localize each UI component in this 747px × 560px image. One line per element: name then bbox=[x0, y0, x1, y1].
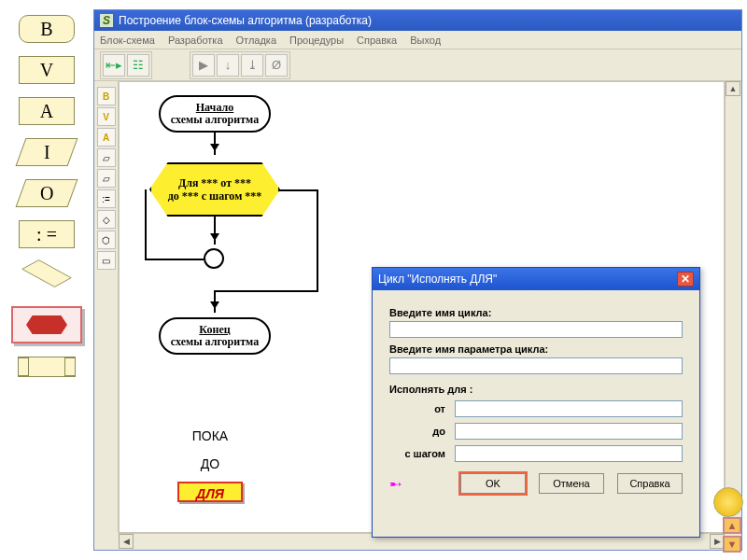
tool-reset-icon[interactable]: ⇤▸ bbox=[103, 54, 125, 77]
scroll-left-icon[interactable]: ◀ bbox=[119, 534, 134, 549]
loop-mode-group: ПОКА ДО ДЛЯ bbox=[177, 418, 243, 510]
label-to: до bbox=[389, 426, 445, 437]
shape-palette: B V A I O : = bbox=[0, 0, 93, 560]
tool-stepinto-icon[interactable]: ↓ bbox=[217, 54, 239, 77]
for-line2: до *** с шагом *** bbox=[168, 189, 262, 203]
menu-develop[interactable]: Разработка bbox=[168, 35, 223, 46]
vtool-loop-icon[interactable]: ⬡ bbox=[97, 231, 116, 249]
input-param-name[interactable] bbox=[389, 357, 683, 374]
tool-stop-icon[interactable]: Ø bbox=[265, 54, 288, 77]
input-from[interactable] bbox=[455, 400, 683, 417]
line-exitA bbox=[279, 189, 318, 191]
nav-corner: ▲ ▼ bbox=[723, 515, 741, 554]
palette-begin[interactable]: B bbox=[19, 15, 75, 43]
label-from: от bbox=[389, 403, 445, 414]
node-for-loop[interactable]: Для *** от *** до *** с шагом *** bbox=[149, 162, 280, 217]
menu-help[interactable]: Справка bbox=[357, 35, 397, 46]
vtool-var-icon[interactable]: V bbox=[97, 107, 116, 126]
palette-a[interactable]: A bbox=[19, 97, 75, 125]
mode-until[interactable]: ДО bbox=[177, 454, 243, 474]
menu-debug[interactable]: Отладка bbox=[236, 35, 276, 46]
app-title: Построение блок-схемы алгоритма (разрабо… bbox=[119, 14, 372, 27]
palette-output[interactable]: O bbox=[16, 179, 78, 207]
start-text: схемы алгоритма bbox=[171, 114, 259, 126]
input-to[interactable] bbox=[455, 423, 683, 440]
app-titlebar: S Построение блок-схемы алгоритма (разра… bbox=[94, 10, 741, 31]
vtool-assign-icon[interactable]: := bbox=[97, 189, 116, 208]
scroll-up-icon[interactable]: ▲ bbox=[726, 81, 740, 96]
hint-arrow-icon: ➸ bbox=[389, 475, 402, 493]
palette-decision[interactable] bbox=[21, 259, 72, 287]
tool-list-icon[interactable]: ☷ bbox=[127, 54, 149, 77]
line-exitC bbox=[215, 290, 318, 292]
dialog-title: Цикл "Исполнять ДЛЯ" bbox=[378, 273, 497, 286]
tool-stepover-icon[interactable]: ⤓ bbox=[241, 54, 263, 77]
app-icon: S bbox=[100, 14, 113, 27]
input-step[interactable] bbox=[455, 445, 683, 462]
palette-var[interactable]: V bbox=[19, 56, 75, 84]
vtool-sub-icon[interactable]: ▭ bbox=[97, 251, 116, 270]
vtool-decision-icon[interactable]: ◇ bbox=[97, 210, 116, 229]
arrow-3 bbox=[214, 290, 216, 313]
ok-button[interactable]: OK bbox=[460, 473, 526, 494]
line-loopA bbox=[146, 259, 204, 260]
for-line1: Для *** от *** bbox=[178, 176, 251, 189]
vtool-input-icon[interactable]: ▱ bbox=[97, 148, 116, 167]
menu-procedures[interactable]: Процедуры bbox=[289, 35, 344, 46]
nav-down-icon[interactable]: ▼ bbox=[723, 536, 741, 553]
line-loopB bbox=[145, 189, 147, 260]
mode-while[interactable]: ПОКА bbox=[177, 426, 243, 446]
vtool-output-icon[interactable]: ▱ bbox=[97, 169, 116, 188]
node-start[interactable]: Начало схемы алгоритма bbox=[159, 95, 271, 133]
vertical-toolbar: B V A ▱ ▱ := ◇ ⬡ ▭ bbox=[94, 81, 119, 533]
label-step: с шагом bbox=[389, 448, 445, 459]
palette-input[interactable]: I bbox=[16, 138, 78, 166]
line-exitB bbox=[317, 189, 318, 292]
tool-play-icon[interactable]: ▶ bbox=[192, 54, 215, 77]
vtool-a-icon[interactable]: A bbox=[97, 128, 116, 147]
mode-for-selected[interactable]: ДЛЯ bbox=[177, 482, 243, 502]
end-text: схемы алгоритма bbox=[171, 336, 259, 348]
dialog-titlebar[interactable]: Цикл "Исполнять ДЛЯ" ✕ bbox=[373, 268, 699, 290]
label-param-name: Введите имя параметра цикла: bbox=[389, 343, 683, 355]
arrow-2 bbox=[214, 217, 216, 245]
cancel-button[interactable]: Отмена bbox=[539, 473, 604, 494]
help-button[interactable]: Справка bbox=[617, 473, 683, 494]
toolbar: ⇤▸ ☷ ▶ ↓ ⤓ Ø bbox=[94, 49, 741, 81]
vertical-scrollbar[interactable]: ▲ ▼ bbox=[725, 81, 741, 533]
hexagon-icon bbox=[26, 315, 67, 334]
palette-loop-selected[interactable] bbox=[11, 306, 82, 343]
vtool-begin-icon[interactable]: B bbox=[97, 87, 116, 105]
menu-exit[interactable]: Выход bbox=[410, 35, 441, 46]
label-exec-for: Исполнять для : bbox=[389, 384, 683, 395]
for-loop-dialog: Цикл "Исполнять ДЛЯ" ✕ Введите имя цикла… bbox=[372, 267, 700, 538]
palette-assign[interactable]: : = bbox=[19, 220, 75, 248]
palette-subroutine[interactable] bbox=[18, 357, 76, 377]
node-connector[interactable] bbox=[204, 248, 224, 269]
arrow-1 bbox=[214, 133, 216, 155]
close-icon[interactable]: ✕ bbox=[677, 272, 694, 287]
menubar: Блок-схема Разработка Отладка Процедуры … bbox=[94, 31, 741, 49]
menu-blockscheme[interactable]: Блок-схема bbox=[100, 35, 155, 46]
node-end[interactable]: Конец схемы алгоритма bbox=[159, 317, 271, 355]
input-loop-name[interactable] bbox=[389, 321, 683, 338]
label-loop-name: Введите имя цикла: bbox=[389, 307, 683, 318]
nav-up-icon[interactable]: ▲ bbox=[723, 517, 741, 534]
dialog-content: Введите имя цикла: Введите имя параметра… bbox=[373, 290, 699, 501]
smiley-icon bbox=[713, 487, 743, 517]
